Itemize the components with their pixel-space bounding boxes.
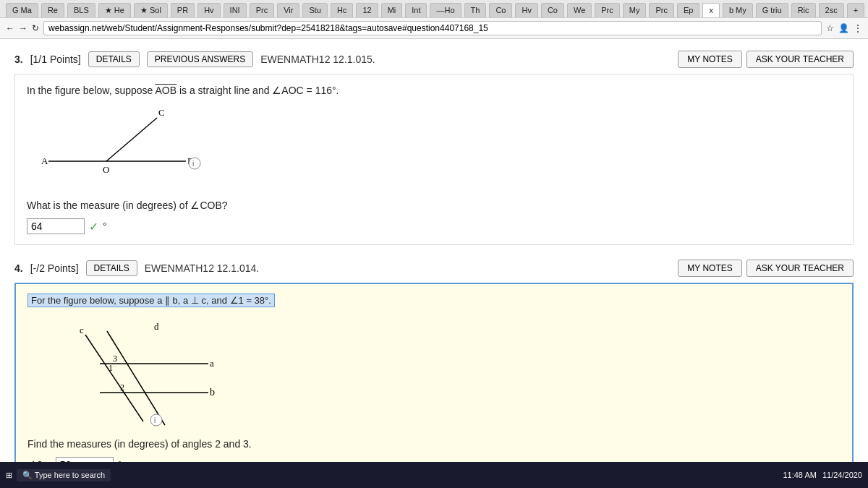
tab-prc3[interactable]: Prc xyxy=(649,3,674,17)
taskbar-date: 11/24/2020 xyxy=(822,471,862,479)
tab-active[interactable]: x xyxy=(702,3,720,17)
question-4-block: 4. [-/2 Points] DETAILS EWENMATH12 12.1.… xyxy=(14,260,854,488)
tab-vir[interactable]: Vir xyxy=(277,3,299,17)
taskbar-time: 11:48 AM xyxy=(783,471,816,479)
q4-figure: a b c d 3 1 2 i xyxy=(27,313,841,431)
tab-prc[interactable]: Prc xyxy=(250,3,275,17)
q3-previous-answers-button[interactable]: PREVIOUS ANSWERS xyxy=(147,51,253,67)
q3-ask-teacher-button[interactable]: ASK YOUR TEACHER xyxy=(746,51,854,68)
q4-my-notes-button[interactable]: MY NOTES xyxy=(678,260,741,277)
svg-text:1: 1 xyxy=(109,363,113,373)
tab-ho[interactable]: —Ho xyxy=(430,3,461,17)
q3-details-button[interactable]: DETAILS xyxy=(88,51,140,67)
q3-number: 3. xyxy=(14,53,23,65)
tab-new[interactable]: + xyxy=(847,3,864,17)
svg-text:C: C xyxy=(158,107,165,118)
back-btn[interactable]: ← xyxy=(6,23,14,33)
search-bar[interactable]: 🔍 Type here to search xyxy=(17,469,111,481)
question-4-header: 4. [-/2 Points] DETAILS EWENMATH12 12.1.… xyxy=(14,260,854,277)
q4-number: 4. xyxy=(14,262,23,274)
svg-line-1 xyxy=(106,118,157,161)
svg-text:a: a xyxy=(210,358,214,369)
svg-text:i: i xyxy=(192,160,194,168)
taskbar: ⊞ 🔍 Type here to search 11:48 AM 11/24/2… xyxy=(0,462,868,488)
q3-points: [1/1 Points] xyxy=(30,53,81,65)
q3-degree-symbol: ° xyxy=(103,221,107,232)
svg-line-12 xyxy=(85,335,143,421)
address-bar[interactable] xyxy=(43,21,822,35)
svg-text:c: c xyxy=(80,325,84,335)
q3-diagram: A O B C i xyxy=(27,103,215,190)
q4-find-text: Find the measures (in degrees) of angles… xyxy=(27,438,841,450)
tab-bmy[interactable]: b My xyxy=(723,3,753,17)
svg-point-6 xyxy=(189,158,200,169)
tab-12[interactable]: 12 xyxy=(356,3,378,17)
svg-point-19 xyxy=(150,414,162,426)
question-3-header: 3. [1/1 Points] DETAILS PREVIOUS ANSWERS… xyxy=(14,51,854,68)
profile-icon[interactable]: 👤 xyxy=(838,23,849,33)
refresh-btn[interactable]: ↻ xyxy=(32,23,39,33)
tab-prc2[interactable]: Prc xyxy=(595,3,620,17)
tab-co[interactable]: Co xyxy=(489,3,512,17)
tab-mi[interactable]: Mi xyxy=(381,3,403,17)
main-content: 3. [1/1 Points] DETAILS PREVIOUS ANSWERS… xyxy=(0,39,868,488)
tab-he[interactable]: ★ He xyxy=(98,3,131,17)
svg-text:A: A xyxy=(41,155,48,166)
q4-problem-text: For the figure below, suppose a ∥ b, a ⊥… xyxy=(27,294,841,306)
svg-text:2: 2 xyxy=(120,382,124,393)
tab-co2[interactable]: Co xyxy=(541,3,564,17)
tab-gma[interactable]: G Ma xyxy=(6,3,38,17)
tab-ep[interactable]: Ep xyxy=(677,3,699,17)
q3-check-icon: ✓ xyxy=(89,220,98,234)
q3-problem-id: EWENMATH12 12.1.015. xyxy=(260,53,671,65)
q4-details-button[interactable]: DETAILS xyxy=(86,260,137,276)
tab-sol[interactable]: ★ Sol xyxy=(134,3,168,17)
tab-hv2[interactable]: Hv xyxy=(515,3,537,17)
tab-pr[interactable]: PR xyxy=(171,3,195,17)
browser-bar: ← → ↻ ☆ 👤 ⋮ xyxy=(0,18,868,39)
q3-body: In the figure below, suppose AOB is a st… xyxy=(14,74,854,245)
svg-text:3: 3 xyxy=(113,354,117,364)
tab-we[interactable]: We xyxy=(567,3,592,17)
q4-body: For the figure below, suppose a ∥ b, a ⊥… xyxy=(14,283,854,488)
tab-bls[interactable]: BLS xyxy=(67,3,95,17)
tab-hc[interactable]: Hc xyxy=(331,3,353,17)
browser-tabs: G Ma Re BLS ★ He ★ Sol PR Hv INI Prc Vir… xyxy=(0,0,868,18)
q3-question: What is the measure (in degrees) of ∠COB… xyxy=(27,200,841,211)
svg-text:O: O xyxy=(103,164,109,175)
menu-icon[interactable]: ⋮ xyxy=(854,23,862,33)
tab-gtriu[interactable]: G triu xyxy=(756,3,788,17)
tab-th[interactable]: Th xyxy=(464,3,487,17)
q3-my-notes-button[interactable]: MY NOTES xyxy=(678,51,741,68)
q3-answer-input[interactable] xyxy=(27,218,85,234)
tab-hv[interactable]: Hv xyxy=(197,3,220,17)
q4-points: [-/2 Points] xyxy=(30,262,79,274)
tab-stu[interactable]: Stu xyxy=(302,3,328,17)
q3-answer-row: ✓ ° xyxy=(27,218,841,234)
svg-text:i: i xyxy=(154,416,156,424)
tab-ini[interactable]: INI xyxy=(224,3,247,17)
svg-text:d: d xyxy=(154,321,159,332)
q4-ask-teacher-button[interactable]: ASK YOUR TEACHER xyxy=(746,260,854,277)
tab-2sc[interactable]: 2sc xyxy=(819,3,844,17)
q4-problem-id: EWENMATH12 12.1.014. xyxy=(145,262,671,274)
question-3-block: 3. [1/1 Points] DETAILS PREVIOUS ANSWERS… xyxy=(14,51,854,245)
q4-diagram: a b c d 3 1 2 i xyxy=(27,313,230,429)
tab-my[interactable]: My xyxy=(623,3,647,17)
tab-ric[interactable]: Ric xyxy=(791,3,816,17)
q3-problem-text: In the figure below, suppose AOB is a st… xyxy=(27,85,841,96)
svg-text:b: b xyxy=(210,387,215,398)
start-button[interactable]: ⊞ xyxy=(6,471,12,480)
forward-btn[interactable]: → xyxy=(19,23,27,33)
q3-figure: A O B C i xyxy=(27,103,841,192)
tab-re[interactable]: Re xyxy=(41,3,64,17)
tab-int[interactable]: Int xyxy=(405,3,427,17)
star-icon[interactable]: ☆ xyxy=(826,23,834,33)
